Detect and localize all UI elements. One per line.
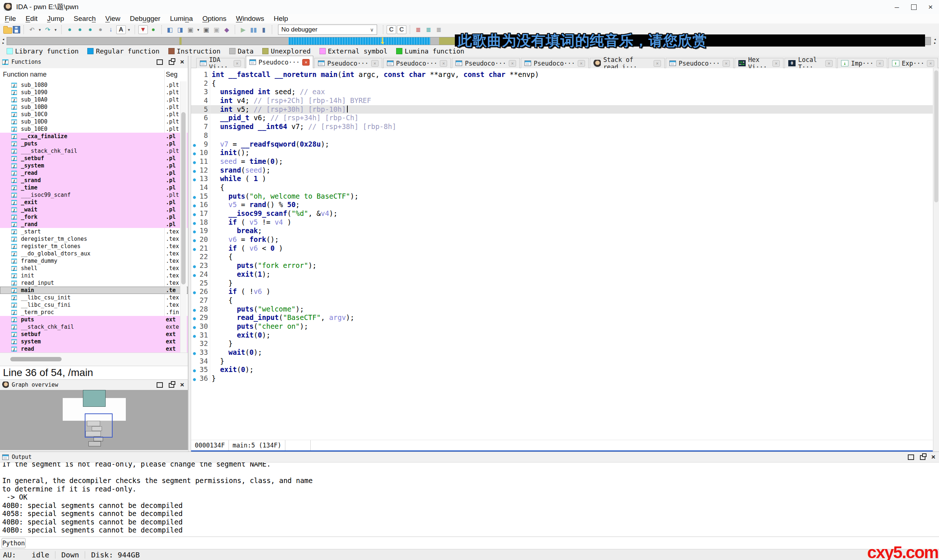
tab-pseudocode-f[interactable]: Pseudoco···×: [666, 58, 734, 68]
function-row-_wait[interactable]: f_wait.pl: [0, 206, 188, 213]
menu-debugger[interactable]: Debugger: [125, 15, 165, 23]
function-row-main[interactable]: fmain.te: [0, 286, 188, 294]
function-row-_exit[interactable]: f_exit.pl: [0, 198, 188, 206]
tab-pseudocode-a[interactable]: Pseudoco···×: [246, 56, 314, 68]
function-row-deregister_tm_clones[interactable]: fderegister_tm_clones.tex: [0, 235, 188, 243]
refresh-window-icon[interactable]: ●: [96, 25, 105, 34]
panel-float-icon[interactable]: [920, 455, 925, 460]
tab-close-button[interactable]: ×: [654, 60, 661, 67]
back-dropdown-icon[interactable]: ▾: [37, 25, 42, 34]
menu-lumina[interactable]: Lumina: [165, 15, 197, 23]
tab-stack-of-read-input[interactable]: Stack of read_i···×: [590, 58, 665, 68]
function-row-puts[interactable]: fputsext: [0, 316, 188, 323]
open-file-icon[interactable]: [3, 28, 12, 34]
functions-vertical-scrollbar[interactable]: [180, 82, 187, 352]
menu-edit[interactable]: Edit: [21, 15, 43, 23]
tab-exports[interactable]: ↑Exp···×: [888, 58, 938, 68]
function-row-init[interactable]: finit.tex: [0, 272, 188, 279]
tab-close-button[interactable]: ×: [876, 60, 883, 67]
function-row-frame_dummy[interactable]: fframe_dummy.tex: [0, 257, 188, 265]
functions-horizontal-scrollbar[interactable]: [0, 352, 188, 366]
function-row-_read[interactable]: f_read.pl: [0, 169, 188, 177]
threads-window-icon[interactable]: ▣: [212, 25, 221, 34]
band-scroll-left-icon[interactable]: ◂▸: [1, 37, 6, 45]
function-row-setbuf[interactable]: fsetbufext: [0, 331, 188, 338]
menu-search[interactable]: Search: [69, 15, 100, 23]
forward-history-icon[interactable]: ↷: [43, 25, 52, 34]
function-row-sub_10D0[interactable]: fsub_10D0.plt: [0, 118, 188, 125]
modules-window-icon[interactable]: ▣: [201, 25, 211, 34]
function-row-sub_10C0[interactable]: fsub_10C0.plt: [0, 111, 188, 118]
forward-dropdown-icon[interactable]: ▾: [53, 25, 58, 34]
function-row-_setbuf[interactable]: f_setbuf.pl: [0, 155, 188, 162]
tab-pseudocode-c[interactable]: Pseudoco···×: [383, 58, 451, 68]
scrollbar-thumb[interactable]: [181, 112, 186, 285]
menu-jump[interactable]: Jump: [42, 15, 69, 23]
cli-input[interactable]: [28, 538, 935, 549]
switch-debugger-icon[interactable]: ◆: [222, 25, 231, 34]
pause-process-icon[interactable]: ▮▮: [249, 25, 258, 34]
function-row-_fork[interactable]: f_fork.pl: [0, 213, 188, 221]
output-list-teal-icon[interactable]: ≣: [424, 25, 433, 34]
scrollbar-thumb[interactable]: [10, 357, 62, 362]
breakpoints-icon[interactable]: ◧: [165, 25, 174, 34]
function-row-__libc_csu_init[interactable]: f__libc_csu_init.tex: [0, 294, 188, 301]
panel-float-icon[interactable]: [169, 60, 174, 65]
function-row-_time[interactable]: f_time.pl: [0, 184, 188, 191]
tab-pseudocode-e[interactable]: Pseudoco···×: [521, 58, 589, 68]
start-process-icon[interactable]: ▶: [238, 25, 248, 34]
debugger-window-icon[interactable]: ▼: [138, 25, 148, 34]
panel-close-icon[interactable]: ×: [180, 382, 184, 388]
function-row-read_input[interactable]: fread_input.tex: [0, 279, 188, 286]
function-row-sub_1090[interactable]: fsub_1090.plt: [0, 89, 188, 96]
panel-maximize-icon[interactable]: [157, 59, 163, 65]
tab-close-button[interactable]: ×: [234, 60, 241, 67]
panel-maximize-icon[interactable]: [908, 454, 914, 460]
tab-close-button[interactable]: ×: [371, 60, 379, 67]
script-snippets-icon[interactable]: C: [397, 25, 406, 34]
function-row-_puts[interactable]: f_puts.pl: [0, 140, 188, 147]
function-row-__do_global_dtors_aux[interactable]: f__do_global_dtors_aux.tex: [0, 250, 188, 257]
toggle-breakpoint-icon[interactable]: ◨: [175, 25, 185, 34]
pseudocode-vertical-scrollbar[interactable]: [933, 68, 939, 452]
tab-hex-view[interactable]: Hex Vi···×: [735, 58, 783, 68]
strings-window-icon[interactable]: ●: [75, 25, 85, 34]
function-row-read[interactable]: freadext: [0, 345, 188, 352]
jump-address-icon[interactable]: ↓: [106, 25, 116, 34]
output-list-red-icon[interactable]: ≣: [413, 25, 423, 34]
panel-float-icon[interactable]: [169, 383, 174, 388]
tab-local-types[interactable]: 0Local T···×: [785, 58, 836, 68]
menu-options[interactable]: Options: [198, 15, 231, 23]
cli-language-button[interactable]: Python: [2, 538, 26, 548]
vertical-splitter[interactable]: [188, 56, 191, 452]
graph-viewport-frame[interactable]: [85, 414, 113, 438]
function-row-register_tm_clones[interactable]: fregister_tm_clones.tex: [0, 243, 188, 250]
names-window-icon[interactable]: ●: [65, 25, 74, 34]
band-scroll-right-icon[interactable]: ◂▸: [933, 37, 937, 45]
function-row-system[interactable]: fsystemext: [0, 338, 188, 345]
panel-maximize-icon[interactable]: [157, 382, 163, 388]
panel-close-icon[interactable]: ×: [931, 454, 935, 460]
menu-help[interactable]: Help: [269, 15, 293, 23]
function-row-___isoc99_scanf[interactable]: f___isoc99_scanf.plt: [0, 191, 188, 198]
function-row-_rand[interactable]: f_rand.pl: [0, 221, 188, 228]
function-row-_system[interactable]: f_system.pl: [0, 162, 188, 169]
function-row-_srand[interactable]: f_srand.pl: [0, 177, 188, 184]
tab-close-button[interactable]: ×: [825, 60, 833, 67]
function-row-__cxa_finalize[interactable]: f__cxa_finalize.pl: [0, 133, 188, 140]
graph-overview-canvas[interactable]: [0, 390, 188, 450]
output-list-gray-icon[interactable]: ≣: [434, 25, 444, 34]
run-script-icon[interactable]: C: [387, 25, 396, 34]
pseudocode-view[interactable]: 1int __fastcall __noreturn main(int argc…: [191, 68, 933, 440]
function-row-sub_10A0[interactable]: fsub_10A0.plt: [0, 96, 188, 103]
save-icon[interactable]: [13, 26, 20, 33]
breakpoint-dropdown-icon[interactable]: ▾: [196, 25, 200, 34]
column-header-segment[interactable]: Seg: [166, 71, 177, 78]
tab-ida-view[interactable]: IDA Vi···×: [196, 58, 245, 68]
run-analysis-icon[interactable]: ●: [148, 25, 158, 34]
tab-close-button[interactable]: ×: [723, 60, 730, 67]
data-window-icon[interactable]: ●: [85, 25, 95, 34]
function-row-__libc_csu_fini[interactable]: f__libc_csu_fini.tex: [0, 301, 188, 309]
output-log[interactable]: If the segment is not read-only, please …: [0, 463, 939, 537]
tab-close-button[interactable]: ×: [772, 60, 780, 67]
